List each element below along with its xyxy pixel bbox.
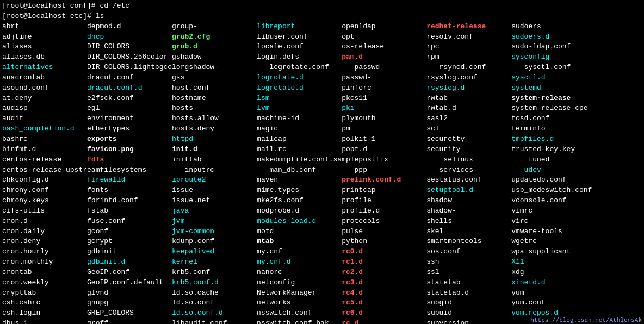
- terminal-line: [root@localhost conf]# cd /etc: [2, 1, 642, 11]
- url-bar: https://blog.csdn.net/AthlensAk: [528, 316, 644, 324]
- terminal-line: abrt depmod.d group- libreport openldap …: [2, 22, 642, 32]
- terminal-line: [root@localhost etc]# ls: [2, 11, 642, 22]
- terminal-line: at.deny e2fsck.conf hostname lsm pkcs11 …: [2, 94, 642, 104]
- terminal-line: cron.hourly gdbinit keepalived my.cnf rc…: [2, 247, 642, 257]
- terminal-line: chrony.keys fprintd.conf issue.net mke2f…: [2, 196, 642, 206]
- terminal-line: chrony.conf fonts issue mime.types print…: [2, 185, 642, 196]
- terminal-line: centos-release fdfs inittab makedumpfile…: [2, 155, 642, 165]
- terminal-line: cron.monthly gdbinit.d kernel my.cnf.d r…: [2, 257, 642, 267]
- terminal-line: csh.cshrc gnupg ld.so.conf networks rc5.…: [2, 298, 642, 308]
- terminal-line: cron.d fuse.conf jvm modules-load.d prot…: [2, 216, 642, 227]
- terminal-line: crypttab glvnd ld.so.cache NetworkManage…: [2, 288, 642, 298]
- terminal-line: cifs-utils fstab java modprobe.d profile…: [2, 206, 642, 216]
- terminal-line: audit environment hosts.allow machine-id…: [2, 114, 642, 124]
- terminal-line: aliases.db DIR_COLORS.256color gshadow l…: [2, 52, 642, 63]
- terminal-line: cron.daily gconf jvm-common motd pulse s…: [2, 227, 642, 237]
- terminal-line: crontab GeoIP.conf krb5.conf nanorc rc2.…: [2, 267, 642, 278]
- terminal-line: bashrc exports httpd mailcap polkit-1 se…: [2, 134, 642, 145]
- terminal-line: adjtime dhcp grub2.cfg libuser.conf opt …: [2, 32, 642, 42]
- terminal: [root@localhost conf]# cd /etc[root@loca…: [0, 0, 644, 324]
- terminal-line: cron.weekly GeoIP.conf.default krb5.conf…: [2, 278, 642, 288]
- terminal-line: centos-release-upstreamfilesystems input…: [2, 165, 642, 176]
- terminal-line: chkconfig.d firewalld iproute2 maven pre…: [2, 175, 642, 185]
- terminal-line: aliases DIR_COLORS grub.d locale.conf os…: [2, 42, 642, 52]
- url-text: https://blog.csdn.net/AthlensAk: [530, 317, 642, 323]
- terminal-line: binfmt.d favicon.png init.d mail.rc popt…: [2, 145, 642, 155]
- terminal-line: asound.conf dracut.conf.d host.conf logr…: [2, 83, 642, 94]
- terminal-line: bash_completion.d ethertypes hosts.deny …: [2, 124, 642, 134]
- terminal-line: alternatives DIR_COLORS.lightbgcolorgsha…: [2, 63, 642, 73]
- terminal-line: audisp egl hosts lvm pki rwtab.d system-…: [2, 103, 642, 114]
- terminal-line: cron.deny gcrypt kdump.conf mtab python …: [2, 236, 642, 247]
- terminal-line: anacrontab dracut.conf gss logrotate.d p…: [2, 73, 642, 83]
